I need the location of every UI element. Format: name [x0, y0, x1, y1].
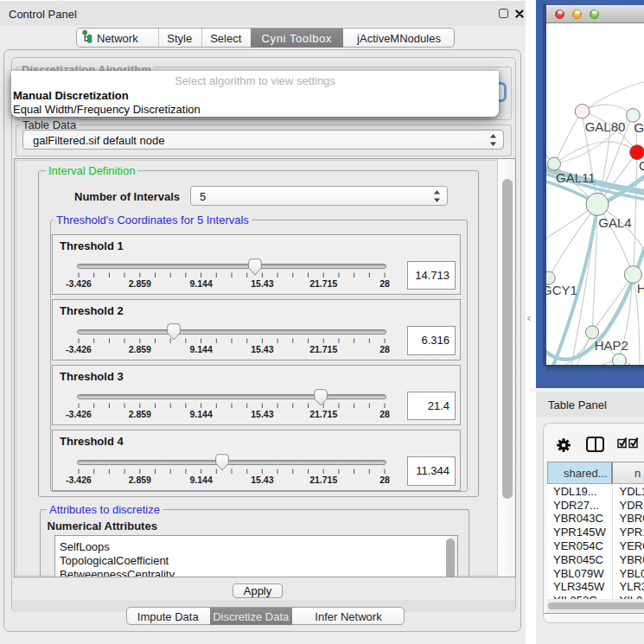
svg-text:GCY1: GCY1: [546, 283, 577, 297]
svg-text:GAL80: GAL80: [585, 119, 626, 134]
svg-text:GAL11: GAL11: [556, 170, 596, 185]
svg-text:GAL4: GAL4: [598, 215, 631, 230]
svg-text:HAP2: HAP2: [595, 338, 628, 353]
svg-text:H: H: [637, 281, 644, 296]
svg-text:GA: GA: [634, 120, 644, 135]
svg-text:C: C: [639, 158, 644, 173]
